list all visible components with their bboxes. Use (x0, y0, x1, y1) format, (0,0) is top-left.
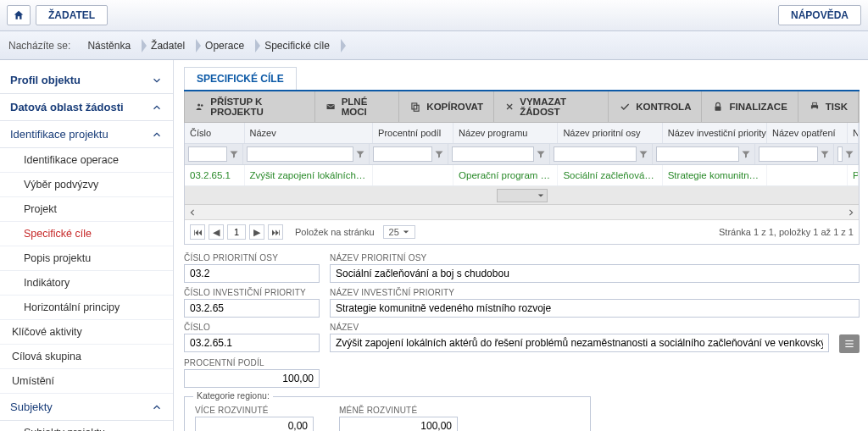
table-row[interactable]: 03.2.65.1 Zvýšit zapojení lokálních akt.… (185, 165, 859, 186)
tool-pristup[interactable]: PŘÍSTUP K PROJEKTU (185, 91, 315, 122)
col-opat[interactable]: Název opatření (767, 123, 848, 143)
svg-rect-8 (812, 108, 816, 111)
caret-down-icon (403, 229, 409, 235)
scroll-right[interactable] (843, 206, 859, 219)
svg-rect-5 (715, 106, 721, 110)
sidebar-item-popis-projektu[interactable]: Popis projektu (0, 246, 173, 271)
home-button[interactable] (7, 5, 31, 25)
input-nazev[interactable] (330, 334, 829, 352)
label-nazev-inv: NÁZEV INVESTIČNÍ PRIORITY (330, 288, 860, 297)
svg-rect-11 (845, 346, 853, 347)
funnel-icon[interactable] (536, 149, 546, 159)
tool-kopirovat[interactable]: KOPÍROVAT (399, 91, 494, 122)
filter-cislo[interactable] (188, 146, 227, 162)
pager-page-input[interactable] (227, 224, 246, 240)
input-vice-rozvinute[interactable] (195, 417, 314, 431)
pager-next[interactable]: ▶ (249, 224, 264, 240)
breadcrumb-zadatel[interactable]: Žadatel (142, 36, 197, 55)
tab-specificke-cile[interactable]: SPECIFICKÉ CÍLE (184, 67, 297, 90)
col-nazev[interactable]: Název (245, 123, 374, 143)
sidebar-subjekty[interactable]: Subjekty (0, 394, 173, 421)
legend-kategorie: Kategorie regionu: (193, 390, 273, 401)
input-cislo[interactable] (184, 334, 320, 352)
sidebar-profil-objektu[interactable]: Profil objektu (0, 67, 173, 94)
napoveda-button[interactable]: NÁPOVĚDA (778, 5, 861, 25)
filter-osa[interactable] (554, 146, 637, 162)
sidebar-item-cilova-skupina[interactable]: Cílová skupina (0, 345, 173, 369)
home-icon (13, 9, 25, 21)
input-mene-rozvinute[interactable] (339, 417, 458, 431)
filter-inv[interactable] (656, 146, 739, 162)
sidebar-item-identifikace-operace[interactable]: Identifikace operace (0, 148, 173, 173)
tool-finalizace[interactable]: FINALIZACE (702, 91, 798, 122)
svg-point-1 (201, 104, 203, 107)
tool-plne-moci[interactable]: PLNÉ MOCI (315, 91, 399, 122)
chevron-up-icon (151, 102, 163, 113)
input-nazev-osy[interactable] (330, 264, 860, 283)
filter-program[interactable] (452, 146, 535, 162)
tool-kontrola[interactable]: KONTROLA (609, 91, 702, 122)
tool-tisk[interactable]: TISK (798, 91, 859, 122)
filter-nazev[interactable] (247, 146, 353, 162)
sidebar-item-specificke-cile[interactable]: Specifické cíle (0, 222, 173, 246)
input-cislo-osy[interactable] (184, 264, 320, 283)
sidebar-item-projekt[interactable]: Projekt (0, 197, 173, 222)
filter-opat[interactable] (759, 146, 818, 162)
tool-label: PŘÍSTUP K PROJEKTU (210, 97, 304, 117)
chevron-left-icon (189, 208, 196, 217)
sidebar-item-subjekty-projektu[interactable]: Subjekty projektu (0, 421, 173, 431)
expand-button[interactable] (839, 334, 860, 353)
funnel-icon[interactable] (844, 149, 854, 159)
grid-dropdown[interactable] (497, 189, 548, 202)
sidebar-datova-oblast[interactable]: Datová oblast žádosti (0, 94, 173, 121)
check-icon (619, 101, 631, 113)
tool-label: FINALIZACE (729, 102, 787, 112)
funnel-icon[interactable] (355, 149, 365, 159)
chevron-right-icon (848, 208, 854, 217)
filter-tema[interactable] (837, 146, 843, 162)
label-mene-rozvinute: MÉNĚ ROZVINUTÉ (339, 406, 458, 415)
scroll-left[interactable] (185, 206, 200, 219)
cell-program: Operační program Zam... (453, 165, 558, 185)
svg-rect-9 (845, 340, 853, 341)
label-cislo: ČÍSLO (184, 323, 320, 332)
sidebar-label: Subjekty (10, 401, 53, 413)
sidebar-identifikace-projektu[interactable]: Identifikace projektu (0, 121, 173, 148)
lock-icon (712, 101, 724, 113)
col-tema[interactable]: Název tematického (848, 123, 859, 143)
input-nazev-inv[interactable] (330, 299, 860, 318)
funnel-icon[interactable] (638, 149, 648, 159)
col-inv[interactable]: Název investiční priority (663, 123, 767, 143)
pager-size-label: Položek na stránku (295, 227, 375, 237)
pager-first[interactable]: ⏮ (190, 224, 205, 240)
filter-podil[interactable] (373, 146, 432, 162)
col-podil[interactable]: Procentní podíl (373, 123, 453, 143)
pager-prev[interactable]: ◀ (209, 224, 224, 240)
pager-last[interactable]: ⏭ (268, 224, 283, 240)
funnel-icon[interactable] (434, 149, 444, 159)
breadcrumb-nastenka[interactable]: Nástěnka (79, 36, 142, 55)
col-program[interactable]: Název programu (453, 123, 558, 143)
sidebar-item-umisteni[interactable]: Umístění (0, 369, 173, 394)
cell-nazev: Zvýšit zapojení lokálních akt... (245, 165, 374, 185)
sidebar-item-vyber-podvyzvy[interactable]: Výběr podvýzvy (0, 173, 173, 197)
tool-vymazat[interactable]: VYMAZAT ŽÁDOST (494, 91, 609, 122)
funnel-icon[interactable] (229, 149, 239, 159)
sidebar-item-horizontalni-principy[interactable]: Horizontální principy (0, 296, 173, 320)
sidebar-label: Identifikace projektu (10, 128, 108, 141)
col-osa[interactable]: Název prioritní osy (558, 123, 662, 143)
breadcrumb-specificke-cile[interactable]: Specifické cíle (256, 36, 342, 55)
input-procentni-podil[interactable] (184, 369, 320, 388)
label-nazev: NÁZEV (330, 323, 829, 332)
pager-size-select[interactable]: 25 (383, 225, 415, 239)
zadatel-button[interactable]: ŽADATEL (36, 5, 108, 25)
funnel-icon[interactable] (820, 149, 830, 159)
sidebar-item-klicove-aktivity[interactable]: Klíčové aktivity (0, 320, 173, 345)
input-cislo-inv[interactable] (184, 299, 320, 318)
horizontal-scrollbar[interactable] (185, 205, 859, 220)
tool-label: KONTROLA (636, 102, 691, 112)
breadcrumb-operace[interactable]: Operace (197, 36, 256, 55)
sidebar-item-indikatory[interactable]: Indikátory (0, 271, 173, 296)
funnel-icon[interactable] (741, 149, 751, 159)
col-cislo[interactable]: Číslo (185, 123, 245, 143)
